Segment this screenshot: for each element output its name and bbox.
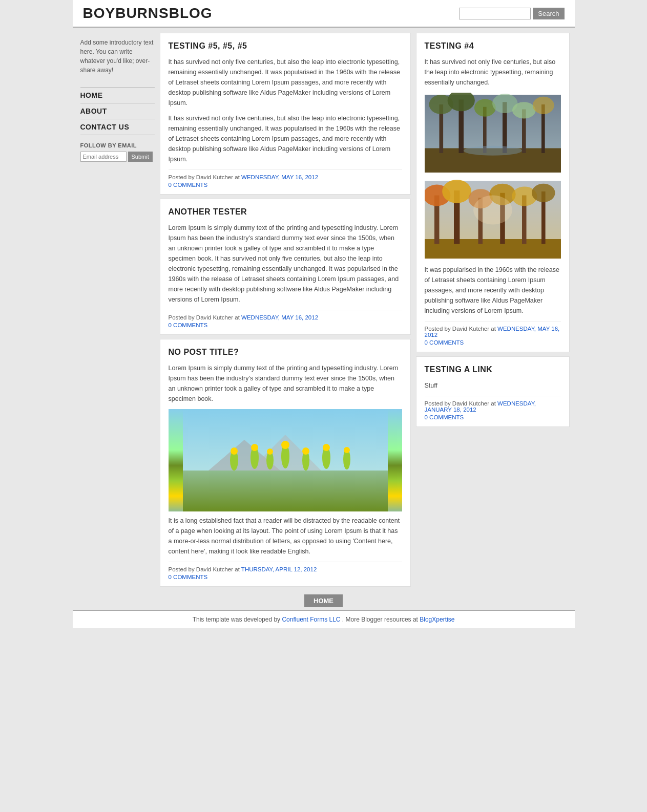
post-no-title: NO POST TITLE? Lorem Ipsum is simply dum… <box>160 339 411 587</box>
search-button[interactable]: Search <box>533 8 564 19</box>
post-testing-link: TESTING A LINK Stuff Posted by David Kut… <box>416 356 570 427</box>
post-title-no-title: NO POST TITLE? <box>169 348 402 357</box>
post-by-label-5: Posted by David Kutcher at <box>425 400 496 407</box>
svg-point-31 <box>532 97 554 114</box>
post-title-testing4: TESTING #4 <box>425 41 561 51</box>
svg-point-17 <box>344 447 350 453</box>
svg-point-7 <box>251 444 258 451</box>
svg-point-47 <box>473 196 512 225</box>
post-meta-another-tester: Posted by David Kutcher at WEDNESDAY, MA… <box>169 310 402 328</box>
post-by-label: Posted by David Kutcher at <box>169 174 240 180</box>
post-body-testing5-1: It has survived not only five centuries,… <box>169 57 402 108</box>
footer-more-text: . More Blogger resources at <box>342 616 418 623</box>
sidebar: Add some introductory text here. You can… <box>78 33 160 587</box>
post-date-link-no-title[interactable]: THURSDAY, APRIL 12, 2012 <box>241 566 317 572</box>
search-form: Search <box>459 8 564 19</box>
blog-title: BOYBURNSBLOG <box>83 5 213 22</box>
post-date-link-testing5[interactable]: WEDNESDAY, MAY 16, 2012 <box>241 174 318 180</box>
post-title-testing-link: TESTING A LINK <box>425 365 561 374</box>
post-by-label-2: Posted by David Kutcher at <box>169 314 240 320</box>
footer: This template was developed by Confluent… <box>73 610 575 628</box>
post-by-label-3: Posted by David Kutcher at <box>169 566 240 572</box>
follow-by-email-label: FOLLOW BY EMAIL <box>80 142 155 148</box>
svg-rect-1 <box>183 471 388 511</box>
svg-point-28 <box>474 99 495 117</box>
footer-home-link[interactable]: HOME <box>304 594 343 607</box>
post-image-forest1 <box>425 93 561 175</box>
right-posts-column: TESTING #4 It has survived not only five… <box>416 33 570 587</box>
post-image-field <box>169 409 402 511</box>
post-body-testing4-2: It was popularised in the 1960s with the… <box>425 265 561 316</box>
sidebar-link-about[interactable]: ABOUT <box>80 107 107 115</box>
svg-rect-34 <box>425 239 561 259</box>
post-body-no-title-2: It is a long established fact that a rea… <box>169 516 402 557</box>
post-body-testing-link: Stuff <box>425 380 561 391</box>
sidebar-item-contact[interactable]: CONTACT US <box>80 119 155 135</box>
sidebar-nav: HOME ABOUT CONTACT US <box>80 87 155 135</box>
post-comments-testing4[interactable]: 0 COMMENTS <box>425 339 561 346</box>
sidebar-link-home[interactable]: HOME <box>80 91 103 99</box>
post-comments-testing-link[interactable]: 0 COMMENTS <box>425 414 561 420</box>
sidebar-intro: Add some introductory text here. You can… <box>80 38 155 80</box>
sidebar-item-about[interactable]: ABOUT <box>80 103 155 119</box>
svg-point-30 <box>512 102 536 118</box>
post-title-another-tester: ANOTHER TESTER <box>169 207 402 217</box>
email-submit-button[interactable]: Submit <box>128 152 153 162</box>
post-by-label-4: Posted by David Kutcher at <box>425 326 496 332</box>
post-meta-testing-link: Posted by David Kutcher at WEDNESDAY, JA… <box>425 396 561 420</box>
post-meta-no-title: Posted by David Kutcher at THURSDAY, APR… <box>169 562 402 580</box>
post-body-another-tester: Lorem Ipsum is simply dummy text of the … <box>169 223 402 305</box>
post-another-tester: ANOTHER TESTER Lorem Ipsum is simply dum… <box>160 199 411 335</box>
footer-nav: HOME <box>73 592 575 610</box>
post-title-testing5: TESTING #5, #5, #5 <box>169 41 402 51</box>
svg-point-32 <box>464 146 522 156</box>
post-comments-no-title[interactable]: 0 COMMENTS <box>169 574 402 580</box>
svg-point-13 <box>302 447 309 455</box>
email-input[interactable] <box>80 152 127 162</box>
post-comments-testing5[interactable]: 0 COMMENTS <box>169 182 402 188</box>
footer-blogxpertise-link[interactable]: BlogXpertise <box>420 616 454 623</box>
post-meta-testing4: Posted by David Kutcher at WEDNESDAY, MA… <box>425 321 561 346</box>
post-date-link-another-tester[interactable]: WEDNESDAY, MAY 16, 2012 <box>241 314 318 320</box>
footer-text: This template was developed by <box>193 616 280 623</box>
svg-point-5 <box>231 447 238 455</box>
post-body-testing4-1: It has survived not only five centuries,… <box>425 57 561 88</box>
post-testing4: TESTING #4 It has survived not only five… <box>416 33 570 352</box>
sidebar-item-home[interactable]: HOME <box>80 87 155 103</box>
post-testing5: TESTING #5, #5, #5 It has survived not o… <box>160 33 411 195</box>
post-body-no-title-1: Lorem Ipsum is simply dummy text of the … <box>169 363 402 404</box>
post-image-forest2 <box>425 179 561 261</box>
email-form: Submit <box>80 152 155 162</box>
svg-point-15 <box>323 444 330 451</box>
sidebar-link-contact[interactable]: CONTACT US <box>80 123 130 131</box>
left-posts-column: TESTING #5, #5, #5 It has survived not o… <box>160 33 411 587</box>
post-meta-testing5: Posted by David Kutcher at WEDNESDAY, MA… <box>169 169 402 188</box>
svg-point-46 <box>532 184 555 202</box>
svg-point-11 <box>281 441 289 449</box>
post-comments-another-tester[interactable]: 0 COMMENTS <box>169 322 402 328</box>
search-input[interactable] <box>459 8 531 19</box>
svg-point-42 <box>442 180 471 203</box>
svg-point-9 <box>267 448 273 455</box>
footer-company-link[interactable]: Confluent Forms LLC <box>282 616 340 623</box>
post-body-testing5-2: It has survived not only five centuries,… <box>169 113 402 164</box>
